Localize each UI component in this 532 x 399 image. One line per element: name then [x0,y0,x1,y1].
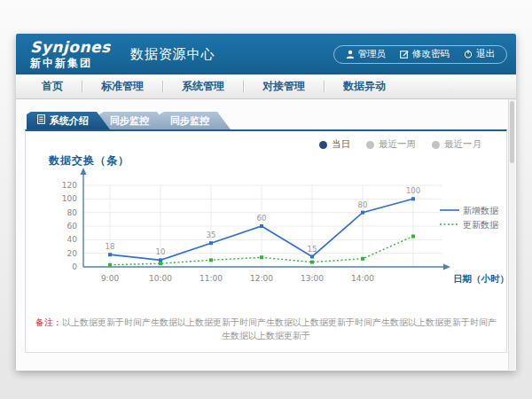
tab-sync-monitor-2-label: 同步监控 [170,114,209,128]
svg-text:120: 120 [62,181,77,190]
document-icon [37,114,45,127]
nav-item-interface-mgmt[interactable]: 对接管理 [244,79,324,94]
svg-text:80: 80 [67,208,78,217]
footnote-text: 以上数据更新于时间产生数据以上数据更新于时间产生数据以上数据更新于时间产生数据以… [62,317,497,340]
svg-text:18: 18 [106,242,115,251]
nav-item-data-change[interactable]: 数据异动 [325,79,404,94]
user-icon [346,50,355,59]
time-range-filters: 当日 最近一周 最近一月 [319,138,481,151]
svg-text:80: 80 [358,200,368,209]
svg-text:12:00: 12:00 [250,274,273,283]
svg-text:新增数据: 新增数据 [463,206,499,215]
change-password-button[interactable]: 修改密码 [400,48,450,60]
footnote-prefix: 备注： [35,317,62,327]
user-menu-admin[interactable]: 管理员 [346,48,387,60]
page-title: 数据资源中心 [130,46,215,63]
svg-text:60: 60 [257,214,267,223]
nav-item-standard-mgmt[interactable]: 标准管理 [82,79,162,94]
time-filter-option-today[interactable]: 当日 [319,138,350,151]
nav-item-system-mgmt[interactable]: 系统管理 [163,79,243,94]
chart-panel: 当日 最近一周 最近一月 数据交换（条） 0204060801001209:00… [25,129,507,353]
svg-text:15: 15 [308,245,317,254]
svg-text:13:00: 13:00 [301,274,324,283]
svg-text:10: 10 [156,247,166,256]
tab-sync-monitor-2[interactable]: 同步监控 [160,112,231,129]
svg-text:更新数据: 更新数据 [463,220,499,230]
svg-text:9:00: 9:00 [101,274,119,283]
time-filter-today-label: 当日 [332,138,350,151]
company-logo: Synjones 新中新集团 [30,40,111,68]
edit-icon [400,50,409,59]
user-menu-admin-label: 管理员 [358,48,387,60]
svg-text:14:00: 14:00 [351,274,374,283]
scrollbar-thumb[interactable] [510,101,514,163]
nav-item-home[interactable]: 首页 [23,79,82,94]
svg-text:60: 60 [67,222,78,231]
time-filter-option-month[interactable]: 最近一月 [432,138,481,151]
time-filter-week-label: 最近一周 [379,138,416,151]
svg-text:35: 35 [207,231,216,239]
tab-bar: 系统介绍 同步监控 同步监控 [27,112,220,129]
power-icon [464,50,473,59]
content-area: 系统介绍 同步监控 同步监控 当日 最近一周 [16,99,516,371]
svg-text:100: 100 [62,194,77,203]
time-filter-option-week[interactable]: 最近一周 [366,138,416,151]
footnote: 备注：以上数据更新于时间产生数据以上数据更新于时间产生数据以上数据更新于时间产生… [35,316,497,342]
radio-dot-icon [366,141,374,149]
svg-text:40: 40 [67,235,78,244]
logo-brand-text: Synjones [30,40,111,55]
main-nav: 首页 标准管理 系统管理 对接管理 数据异动 [16,74,516,99]
svg-text:0: 0 [72,262,77,271]
tab-system-intro[interactable]: 系统介绍 [27,112,110,129]
tab-system-intro-label: 系统介绍 [50,114,89,128]
logo-company-name: 新中新集团 [30,58,111,68]
svg-text:11:00: 11:00 [200,274,223,283]
line-chart: 0204060801001209:0010:0011:0012:0013:001… [26,160,505,312]
radio-dot-icon [319,141,327,149]
logout-label: 退出 [476,48,495,60]
change-password-label: 修改密码 [412,48,450,60]
desktop-background: Synjones 新中新集团 数据资源中心 管理员 修改密码 退出 [0,0,532,399]
tab-sync-monitor-1-label: 同步监控 [110,114,149,128]
user-menu-pill: 管理员 修改密码 退出 [333,45,508,64]
svg-text:日期（小时）: 日期（小时） [453,273,505,285]
radio-dot-icon [432,141,440,149]
vertical-scrollbar[interactable] [508,99,515,370]
app-header: Synjones 新中新集团 数据资源中心 管理员 修改密码 退出 [16,34,516,74]
app-window: Synjones 新中新集团 数据资源中心 管理员 修改密码 退出 [16,34,516,371]
svg-text:100: 100 [406,186,420,195]
time-filter-month-label: 最近一月 [444,138,481,151]
svg-text:10:00: 10:00 [149,274,172,283]
svg-text:20: 20 [67,249,78,258]
logout-button[interactable]: 退出 [464,48,495,60]
